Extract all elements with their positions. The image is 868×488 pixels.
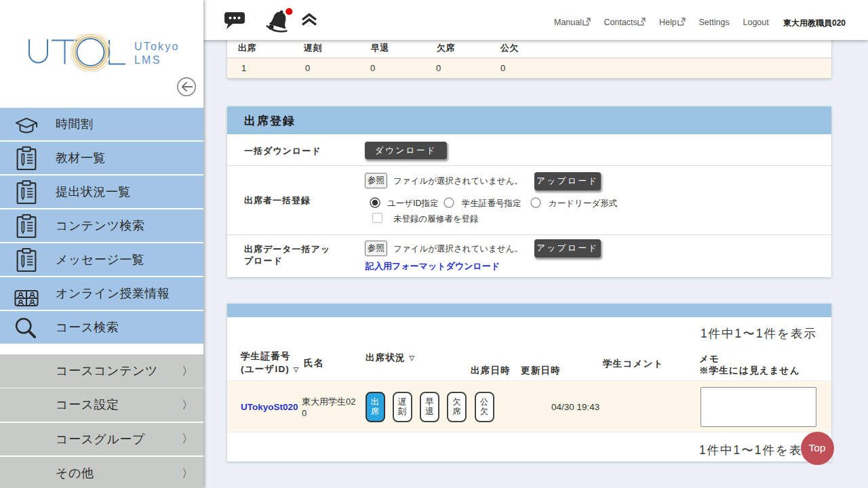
svg-text:LMS: LMS — [134, 54, 161, 66]
svg-text:UTokyo: UTokyo — [134, 41, 180, 52]
